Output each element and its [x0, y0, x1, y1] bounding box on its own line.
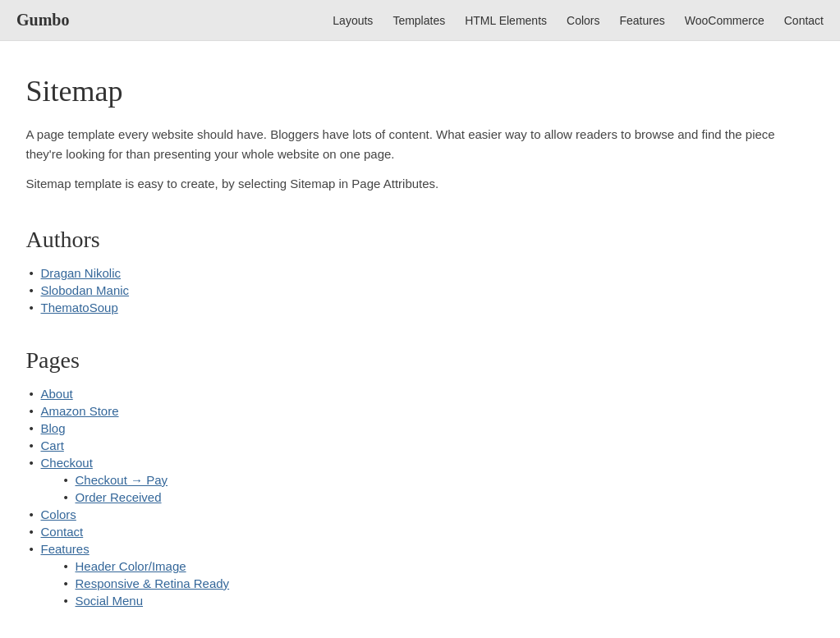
site-title[interactable]: Gumbo	[16, 11, 69, 30]
page-link[interactable]: Colors	[41, 507, 76, 521]
page-link[interactable]: Cart	[41, 438, 64, 452]
list-item: Contact	[26, 525, 815, 539]
nav-item-woocommerce[interactable]: WooCommerce	[685, 14, 764, 27]
nav-item-features[interactable]: Features	[620, 14, 665, 27]
main-nav: LayoutsTemplatesHTML ElementsColorsFeatu…	[333, 14, 824, 27]
page-title: Sitemap	[26, 74, 815, 108]
page-link[interactable]: Amazon Store	[41, 404, 119, 418]
main-content: Sitemap A page template every website sh…	[10, 41, 831, 638]
nav-item-html-elements[interactable]: HTML Elements	[465, 14, 547, 27]
page-link[interactable]: Checkout	[41, 456, 93, 470]
pages-heading: Pages	[26, 347, 815, 374]
page-link[interactable]: Contact	[41, 525, 84, 539]
list-item: Amazon Store	[26, 404, 815, 418]
intro-paragraph-2: Sitemap template is easy to create, by s…	[26, 174, 815, 194]
nav-item-templates[interactable]: Templates	[392, 14, 445, 27]
nav-item-layouts[interactable]: Layouts	[333, 14, 373, 27]
page-link[interactable]: Features	[41, 542, 90, 556]
nav-item-contact[interactable]: Contact	[784, 14, 824, 27]
page-sub-link[interactable]: Header Color/Image	[76, 559, 186, 573]
list-item: Responsive & Retina Ready	[61, 576, 815, 590]
list-item: ThematoSoup	[26, 301, 815, 314]
list-item: Social Menu	[61, 594, 815, 608]
list-item: Order Received	[61, 490, 815, 504]
page-link[interactable]: Blog	[41, 421, 66, 435]
page-sub-link[interactable]: Social Menu	[76, 594, 144, 608]
author-link[interactable]: Dragan Nikolic	[41, 266, 122, 280]
list-item: CheckoutCheckout → PayOrder Received	[26, 456, 815, 504]
author-link[interactable]: Slobodan Manic	[41, 283, 130, 297]
author-link[interactable]: ThematoSoup	[41, 301, 118, 314]
pages-list: AboutAmazon StoreBlogCartCheckoutCheckou…	[26, 387, 815, 608]
list-item: Colors	[26, 507, 815, 521]
list-item: Cart	[26, 438, 815, 452]
list-item: About	[26, 387, 815, 401]
authors-section: Authors Dragan NikolicSlobodan ManicThem…	[26, 227, 815, 314]
page-sub-link[interactable]: Responsive & Retina Ready	[76, 576, 230, 590]
list-item: FeaturesHeader Color/ImageResponsive & R…	[26, 542, 815, 608]
page-link[interactable]: About	[41, 387, 73, 401]
intro-paragraph-1: A page template every website should hav…	[26, 125, 815, 164]
pages-section: Pages AboutAmazon StoreBlogCartCheckoutC…	[26, 347, 815, 608]
sub-list: Checkout → PayOrder Received	[41, 473, 815, 504]
page-sub-link[interactable]: Checkout → Pay	[76, 473, 168, 487]
list-item: Slobodan Manic	[26, 283, 815, 297]
list-item: Blog	[26, 421, 815, 435]
authors-list: Dragan NikolicSlobodan ManicThematoSoup	[26, 266, 815, 314]
nav-item-colors[interactable]: Colors	[567, 14, 599, 27]
page-sub-link[interactable]: Order Received	[76, 490, 162, 504]
sub-list: Header Color/ImageResponsive & Retina Re…	[41, 559, 815, 608]
list-item: Header Color/Image	[61, 559, 815, 573]
list-item: Checkout → Pay	[61, 473, 815, 487]
site-header: Gumbo LayoutsTemplatesHTML ElementsColor…	[0, 0, 840, 41]
list-item: Dragan Nikolic	[26, 266, 815, 280]
authors-heading: Authors	[26, 227, 815, 253]
